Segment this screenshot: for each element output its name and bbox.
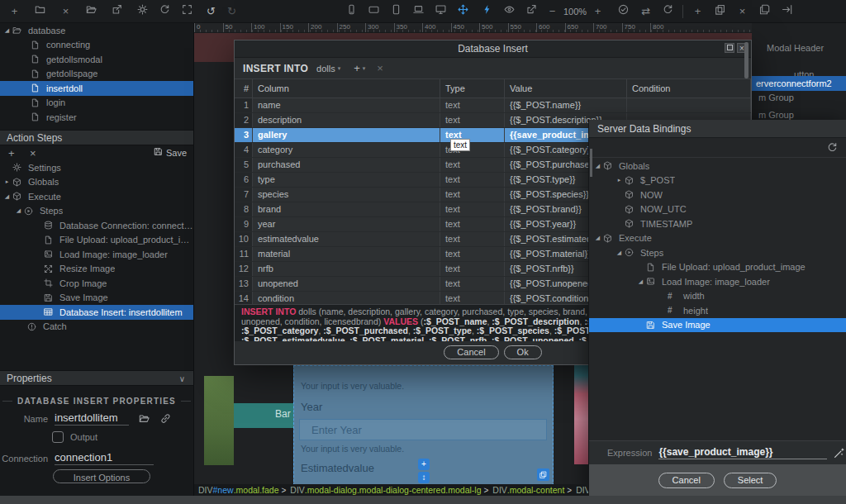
insert-options-button[interactable]: Insert Options — [53, 469, 150, 483]
save-steps-button[interactable]: Save — [154, 146, 187, 160]
app-structure-item[interactable]: Modal Header — [767, 43, 824, 53]
app-structure-item[interactable]: m Group — [758, 110, 794, 120]
browse-icon[interactable] — [139, 413, 150, 425]
file-item[interactable]: insertdoll — [0, 81, 193, 96]
remove-step-button[interactable]: × — [30, 146, 36, 160]
link-icon[interactable] — [160, 413, 172, 425]
ok-button[interactable]: Ok — [504, 345, 542, 359]
expression-field[interactable]: {{save_product_image}} — [658, 446, 827, 459]
binding-item[interactable]: TIMESTAMP — [589, 216, 846, 231]
binding-item[interactable]: Save Image — [589, 318, 846, 333]
duplicate-element-badge[interactable] — [537, 468, 549, 481]
fullscreen-button[interactable] — [181, 5, 193, 18]
binding-item[interactable]: NOW — [589, 188, 846, 202]
action-step-item[interactable]: ▸ Globals — [0, 175, 193, 190]
phone-view-button[interactable] — [345, 5, 358, 18]
desktop-view-button[interactable] — [435, 5, 447, 18]
binding-item[interactable]: ◢ Steps — [589, 245, 846, 260]
tablet-landscape-button[interactable] — [368, 5, 380, 18]
action-step-item[interactable]: Crop Image — [0, 276, 193, 291]
toolbar-divider[interactable] — [682, 5, 683, 18]
cancel-button[interactable]: Cancel — [658, 473, 715, 488]
compare-button[interactable]: ⇄ — [639, 5, 652, 18]
action-step-item[interactable]: Database Connection: connection1 — [0, 218, 193, 233]
open-in-browser-button[interactable] — [525, 5, 538, 18]
action-step-item[interactable]: Load Image: image_loader — [0, 247, 193, 262]
zoom-out-button[interactable]: − — [546, 5, 558, 18]
selected-form-region[interactable]: Your input is very valuable. Year Enter … — [293, 365, 554, 486]
file-item[interactable]: getdollsmodal — [0, 52, 193, 67]
table-select[interactable]: dolls — [316, 64, 335, 74]
action-steps-header[interactable]: Action Steps — [0, 130, 193, 145]
cell-condition[interactable] — [627, 98, 751, 112]
action-step-item[interactable]: Database Insert: insertdollitem — [0, 305, 193, 320]
new-file-button[interactable]: + — [8, 5, 21, 18]
file-item[interactable]: connecting — [0, 38, 193, 53]
output-checkbox[interactable] — [52, 431, 64, 443]
binding-item[interactable]: ▸ $_POST — [589, 174, 846, 188]
binding-item[interactable]: ◢ Load Image: image_loader — [589, 274, 846, 289]
year-input[interactable]: Enter Year — [299, 419, 547, 440]
delete-element-button[interactable]: × — [736, 5, 749, 18]
zoom-in-button[interactable]: + — [592, 5, 604, 18]
app-structure-item-selected[interactable]: erverconnectform2 — [752, 76, 846, 91]
action-step-item[interactable]: Resize Image — [0, 262, 193, 277]
binding-item[interactable]: File Upload: upload_product_image — [589, 260, 846, 275]
apply-button[interactable] — [617, 5, 630, 18]
add-column-button[interactable]: + — [354, 62, 360, 74]
dom-breadcrumb-item[interactable]: DIV.modal-body > — [576, 485, 588, 495]
refresh-icon[interactable] — [827, 142, 838, 153]
action-step-item[interactable]: Catch — [0, 320, 193, 335]
action-step-item[interactable]: Settings — [0, 160, 193, 175]
reload-button[interactable] — [662, 5, 674, 18]
settings-button[interactable] — [136, 5, 149, 18]
add-step-button[interactable]: + — [8, 146, 15, 160]
name-field[interactable]: insertdollitem — [55, 411, 129, 426]
dom-breadcrumb-item[interactable]: DIV#new.modal.fade > — [198, 485, 290, 495]
properties-header[interactable]: Properties ∨ — [0, 370, 193, 386]
caret-expanded-icon[interactable]: ◢ — [2, 27, 12, 34]
file-item[interactable]: login — [0, 96, 193, 111]
binding-item[interactable]: NOW_UTC — [589, 202, 846, 217]
magic-wand-icon[interactable] — [834, 447, 845, 459]
open-folder-button[interactable] — [85, 5, 97, 18]
app-actions-button[interactable] — [481, 5, 493, 18]
laptop-view-button[interactable] — [412, 5, 425, 18]
zoom-level[interactable]: 100% — [563, 5, 587, 18]
paste-button[interactable] — [758, 5, 771, 18]
connection-field[interactable]: connection1 — [55, 451, 154, 465]
redo-button[interactable]: ↻ — [226, 5, 238, 18]
dom-breadcrumb-item[interactable]: DIV.modal-dialog.modal-dialog-centered.m… — [290, 485, 492, 495]
chevron-down-icon[interactable]: ∨ — [179, 371, 185, 387]
action-step-item[interactable]: Save Image — [0, 291, 193, 306]
folder-button[interactable] — [34, 5, 46, 18]
table-row[interactable]: 1 name text {{$_POST.name}} — [235, 98, 751, 113]
preview-button[interactable] — [503, 5, 516, 18]
table-scrollbar[interactable] — [744, 42, 749, 78]
remove-column-button[interactable]: × — [377, 62, 383, 74]
add-element-badge[interactable]: + — [418, 459, 430, 470]
select-button[interactable]: Select — [724, 473, 777, 488]
action-step-item[interactable]: File Upload: upload_product_image — [0, 233, 193, 248]
move-element-badge[interactable]: ↕ — [418, 472, 430, 483]
undo-button[interactable]: ↺ — [205, 5, 217, 18]
file-item[interactable]: getdollspage — [0, 67, 193, 82]
move-tool-button[interactable] — [457, 5, 469, 18]
binding-item[interactable]: # height — [589, 303, 846, 318]
action-step-item[interactable]: ◢ Steps — [0, 204, 193, 219]
tablet-portrait-button[interactable] — [390, 5, 402, 18]
app-structure-item[interactable]: m Group — [758, 93, 794, 102]
cancel-button[interactable]: Cancel — [444, 345, 498, 359]
share-button[interactable] — [111, 5, 123, 18]
maximize-button[interactable] — [725, 43, 734, 53]
binding-item[interactable]: ◢ Globals — [589, 159, 846, 174]
close-file-button[interactable]: × — [59, 5, 72, 18]
move-out-button[interactable] — [781, 5, 793, 18]
action-step-item[interactable]: ◢ Execute — [0, 189, 193, 204]
add-element-button[interactable]: + — [692, 5, 704, 18]
file-tree-root-database[interactable]: ◢ database — [0, 23, 193, 38]
file-item[interactable]: register — [0, 110, 193, 125]
binding-item[interactable]: ◢ Execute — [589, 231, 846, 246]
refresh-button[interactable] — [159, 5, 171, 18]
modal-title-bar[interactable]: Database Insert × — [235, 40, 751, 58]
